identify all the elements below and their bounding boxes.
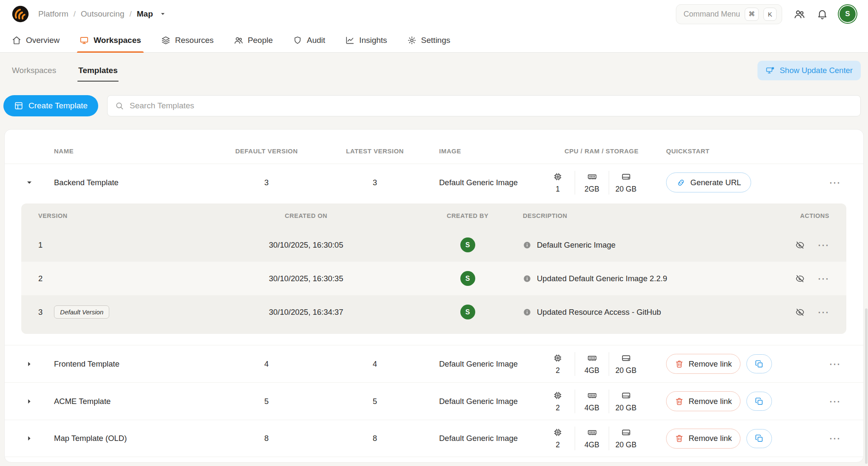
column-header-quickstart: QUICKSTART (666, 147, 806, 155)
storage-value: 20 GB (616, 404, 637, 412)
user-avatar[interactable]: S (840, 6, 856, 22)
latest-version-value: 8 (326, 434, 424, 443)
home-icon (12, 36, 21, 45)
default-version-value: 4 (207, 359, 326, 369)
specs: 2 4GB 20 GB (541, 352, 666, 376)
tab-label: Settings (421, 36, 451, 45)
column-header-latest-version: LATEST VERSION (326, 147, 424, 155)
search-icon (115, 101, 124, 110)
version-row: 2 30/10/2025, 16:30:35 S Updated Default… (21, 262, 846, 295)
cpu-value: 2 (556, 441, 560, 449)
notifications-bell-icon[interactable] (817, 8, 828, 20)
tab-settings[interactable]: Settings (407, 28, 451, 52)
default-version-badge: Default Version (54, 305, 109, 319)
cpu-icon (553, 390, 563, 401)
caret-right-icon (25, 397, 34, 406)
expand-row-button[interactable] (5, 397, 54, 406)
subtab-templates[interactable]: Templates (77, 62, 119, 79)
ram-icon (587, 390, 597, 401)
storage-value: 20 GB (616, 366, 637, 375)
show-update-center-button[interactable]: Show Update Center (757, 61, 861, 80)
expand-row-button[interactable] (5, 434, 54, 443)
link-icon (676, 178, 686, 187)
tab-label: People (248, 36, 273, 45)
collapse-row-button[interactable] (5, 178, 54, 187)
show-update-center-label: Show Update Center (780, 66, 853, 75)
table-header-row: NAME DEFAULT VERSION LATEST VERSION IMAG… (5, 130, 863, 164)
expand-row-button[interactable] (5, 359, 54, 369)
info-icon[interactable] (523, 241, 531, 249)
version-description: Updated Default Generic Image 2.2.9 (537, 274, 667, 283)
tab-audit[interactable]: Audit (293, 28, 325, 52)
versions-header-row: VERSION CREATED ON CREATED BY DESCRIPTIO… (21, 203, 846, 228)
copy-url-button[interactable] (746, 392, 772, 411)
remove-link-button[interactable]: Remove link (666, 429, 740, 449)
info-icon[interactable] (523, 308, 531, 316)
breadcrumb-chevron-down-icon[interactable] (159, 10, 167, 18)
breadcrumb-separator: / (129, 9, 131, 19)
generate-url-label: Generate URL (690, 178, 741, 187)
brand-logo-icon[interactable] (11, 5, 30, 23)
cpu-icon (553, 172, 563, 182)
update-center-icon (766, 66, 775, 75)
cpu-icon (553, 353, 563, 363)
remove-link-button[interactable]: Remove link (666, 354, 740, 374)
column-header-actions: ACTIONS (753, 212, 829, 219)
command-menu-button[interactable]: Command Menu ⌘ K (676, 4, 782, 24)
tab-label: Overview (26, 36, 60, 45)
created-on: 30/10/2025, 16:30:35 (200, 274, 412, 283)
shield-icon (293, 36, 302, 45)
storage-spec: 20 GB (609, 352, 643, 376)
template-name: Backend Template (54, 178, 207, 187)
tab-resources[interactable]: Resources (161, 28, 214, 52)
top-bar: Platform / Outsourcing / Map Command Men… (0, 0, 868, 28)
ram-icon (587, 172, 597, 182)
breadcrumb-outsourcing[interactable]: Outsourcing (81, 9, 124, 19)
sub-tabs: Workspaces Templates (11, 62, 119, 79)
copy-url-button[interactable] (746, 354, 772, 373)
remove-link-button[interactable]: Remove link (666, 391, 740, 411)
users-icon[interactable] (794, 8, 805, 20)
people-icon (234, 36, 243, 45)
topbar-actions: Command Menu ⌘ K S (676, 4, 857, 24)
tab-label: Workspaces (94, 36, 141, 45)
version-number: 2 (38, 274, 43, 283)
command-menu-label: Command Menu (684, 10, 740, 19)
column-header-cpu-ram-storage: CPU / RAM / STORAGE (541, 147, 666, 155)
cmd-key: ⌘ (745, 8, 759, 21)
cpu-spec: 1 (541, 171, 575, 195)
cpu-value: 1 (556, 185, 560, 194)
templates-table: NAME DEFAULT VERSION LATEST VERSION IMAG… (4, 129, 864, 463)
storage-value: 20 GB (616, 185, 637, 194)
subtab-workspaces[interactable]: Workspaces (11, 62, 57, 79)
hide-version-eye-off-icon[interactable] (795, 240, 805, 250)
generate-url-button[interactable]: Generate URL (666, 172, 751, 192)
copy-url-button[interactable] (746, 429, 772, 448)
tab-insights[interactable]: Insights (345, 28, 387, 52)
scrollbar[interactable] (865, 308, 868, 464)
copy-icon (755, 397, 764, 406)
ram-value: 2GB (584, 185, 599, 194)
table-row: Backend Template 3 3 Default Generic Ima… (5, 164, 863, 201)
info-icon[interactable] (523, 274, 531, 283)
created-on: 30/10/2025, 16:30:05 (200, 240, 412, 250)
hide-version-eye-off-icon[interactable] (795, 274, 805, 283)
tab-workspaces[interactable]: Workspaces (79, 28, 141, 52)
search-input[interactable] (130, 101, 853, 110)
tab-people[interactable]: People (234, 28, 273, 52)
monitor-icon (79, 36, 89, 45)
versions-table: VERSION CREATED ON CREATED BY DESCRIPTIO… (21, 203, 846, 334)
ram-spec: 4GB (575, 352, 609, 376)
breadcrumb-map[interactable]: Map (137, 9, 153, 19)
version-row: 1 30/10/2025, 16:30:05 S Default Generic… (21, 228, 846, 262)
tab-overview[interactable]: Overview (12, 28, 60, 52)
toolbar: Create Template (0, 95, 868, 116)
ram-value: 4GB (584, 441, 599, 449)
sub-nav: Workspaces Templates Show Update Center (0, 53, 868, 88)
hide-version-eye-off-icon[interactable] (795, 308, 805, 317)
create-template-button[interactable]: Create Template (3, 95, 98, 116)
main-nav: Overview Workspaces Resources People Aud… (0, 28, 868, 53)
breadcrumb-platform[interactable]: Platform (38, 9, 68, 19)
storage-icon (621, 353, 631, 363)
default-version-value: 8 (207, 434, 326, 443)
